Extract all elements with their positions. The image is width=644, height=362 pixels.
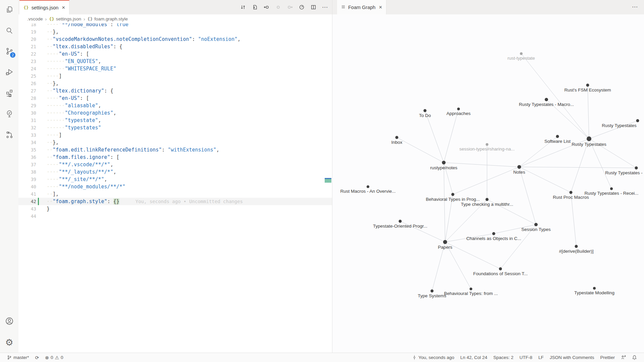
split-editor-icon[interactable] bbox=[310, 4, 317, 11]
status-item-master-[interactable]: master* bbox=[4, 353, 32, 362]
next-change-icon[interactable] bbox=[286, 4, 293, 11]
sidebar-item-git-graph[interactable] bbox=[0, 125, 18, 145]
graph-node[interactable] bbox=[486, 198, 489, 201]
breadcrumb[interactable]: .vscode›{}settings.json›{}foam.graph.sty… bbox=[18, 14, 341, 23]
code-text: ··"foam.edit.linkReferenceDefinitions": … bbox=[47, 146, 219, 154]
code-line[interactable]: 33····] bbox=[18, 131, 332, 139]
code-line[interactable]: 30······"Choreographies", bbox=[18, 109, 332, 117]
account-button[interactable] bbox=[0, 311, 18, 332]
graph-node[interactable] bbox=[635, 167, 638, 170]
code-line[interactable]: 43} bbox=[18, 205, 332, 213]
graph-node[interactable] bbox=[443, 240, 447, 244]
sidebar-item-extensions[interactable] bbox=[0, 83, 18, 104]
graph-node[interactable] bbox=[593, 287, 596, 290]
tab-settings-json[interactable]: {} settings.json × bbox=[19, 0, 69, 14]
compare-changes-icon[interactable] bbox=[239, 4, 247, 11]
status-item[interactable]: ⟳ bbox=[32, 353, 42, 362]
graph-node[interactable] bbox=[399, 220, 402, 223]
status-item-utf-8[interactable]: UTF-8 bbox=[517, 353, 535, 362]
graph-node[interactable] bbox=[457, 108, 460, 110]
code-line[interactable]: 44 bbox=[18, 213, 332, 220]
graph-node[interactable] bbox=[520, 52, 523, 55]
code-line[interactable]: 32······"typestates" bbox=[18, 124, 332, 131]
timeline-icon[interactable] bbox=[298, 4, 305, 11]
code-line[interactable]: 23······"EN_QUOTES", bbox=[18, 58, 332, 65]
code-editor[interactable]: 18····"**/node_modules": true19··},20··"… bbox=[18, 23, 332, 353]
more-actions-icon[interactable]: ⋯ bbox=[321, 4, 329, 11]
code-line[interactable]: 28····"en-US": [ bbox=[18, 95, 332, 102]
graph-node[interactable] bbox=[610, 187, 613, 190]
close-icon[interactable]: × bbox=[379, 4, 382, 11]
status-item[interactable] bbox=[629, 353, 640, 362]
graph-node[interactable] bbox=[570, 191, 573, 194]
code-line[interactable]: 21··"ltex.disabledRules": { bbox=[18, 43, 332, 50]
graph-node[interactable] bbox=[556, 135, 559, 138]
graph-node[interactable] bbox=[431, 290, 434, 293]
more-actions-icon[interactable]: ⋯ bbox=[632, 3, 638, 10]
graph-node[interactable] bbox=[470, 288, 472, 290]
open-preview-icon[interactable] bbox=[251, 4, 258, 11]
code-line[interactable]: 41··], bbox=[18, 190, 332, 198]
graph-node[interactable] bbox=[442, 161, 446, 165]
code-line[interactable]: 18····"**/node_modules": true bbox=[18, 23, 332, 28]
graph-node[interactable] bbox=[636, 119, 639, 122]
line-number: 39 bbox=[18, 176, 36, 183]
graph-node[interactable] bbox=[451, 193, 454, 196]
close-icon[interactable]: × bbox=[62, 4, 65, 11]
graph-node[interactable] bbox=[518, 165, 521, 169]
status-item-json-with-comments[interactable]: JSON with Comments bbox=[547, 353, 597, 362]
graph-node[interactable] bbox=[486, 143, 488, 146]
graph-node[interactable] bbox=[395, 136, 398, 139]
graph-node[interactable] bbox=[545, 98, 548, 101]
code-line[interactable]: 39····"**/_site/**/*", bbox=[18, 176, 332, 183]
foam-graph-webview[interactable]: rust-typestateRust's FSM EcosystemRusty … bbox=[332, 14, 644, 353]
code-text: ····"**/.vscode/**/*", bbox=[47, 161, 113, 168]
git-branch-icon bbox=[7, 355, 12, 360]
graph-node[interactable] bbox=[499, 267, 502, 270]
graph-node[interactable] bbox=[575, 245, 578, 248]
code-line[interactable]: 38····"**/_layouts/**/*", bbox=[18, 168, 332, 176]
breadcrumb-item[interactable]: .vscode bbox=[27, 16, 43, 21]
code-line[interactable]: 29······"aliasable", bbox=[18, 102, 332, 109]
settings-button[interactable]: ⚙ bbox=[0, 332, 18, 353]
breadcrumb-item[interactable]: {}foam.graph.style bbox=[88, 16, 128, 21]
graph-node[interactable] bbox=[586, 84, 589, 87]
code-text: ······"WHITESPACE_RULE" bbox=[47, 65, 116, 72]
code-line[interactable]: 22····"en-US": [ bbox=[18, 50, 332, 58]
code-line[interactable]: 34··}, bbox=[18, 139, 332, 146]
code-line[interactable]: 42··"foam.graph.style": {}You, seconds a… bbox=[18, 198, 332, 205]
graph-node[interactable] bbox=[492, 232, 495, 235]
tab-foam-graph[interactable]: Foam Graph × bbox=[337, 0, 386, 14]
graph-node[interactable] bbox=[587, 136, 591, 141]
status-item-spaces-2[interactable]: Spaces: 2 bbox=[490, 353, 517, 362]
graph-node[interactable] bbox=[367, 185, 369, 188]
sidebar-item-search[interactable] bbox=[0, 21, 18, 42]
graph-node[interactable] bbox=[424, 109, 427, 112]
previous-change-icon[interactable] bbox=[263, 4, 270, 11]
breadcrumb-item[interactable]: {}settings.json bbox=[49, 16, 81, 21]
code-line[interactable]: 31······"typestate", bbox=[18, 117, 332, 124]
code-line[interactable]: 35··"foam.edit.linkReferenceDefinitions"… bbox=[18, 146, 332, 154]
code-line[interactable]: 36··"foam.files.ignore": [ bbox=[18, 154, 332, 161]
status-item-you-seconds-ago[interactable]: You, seconds ago bbox=[409, 353, 457, 362]
status-item-lf[interactable]: LF bbox=[535, 353, 547, 362]
sidebar-item-run-debug[interactable] bbox=[0, 62, 18, 83]
status-item-ln-42-col-24[interactable]: Ln 42, Col 24 bbox=[457, 353, 490, 362]
sidebar-item-explorer[interactable] bbox=[0, 0, 18, 21]
current-change-icon[interactable] bbox=[274, 4, 282, 11]
sidebar-item-todo-tree[interactable] bbox=[0, 104, 18, 125]
code-line[interactable]: 37····"**/.vscode/**/*", bbox=[18, 161, 332, 168]
code-line[interactable]: 27··"ltex.dictionary": { bbox=[18, 87, 332, 95]
sidebar-item-source-control[interactable]: 2 bbox=[0, 42, 18, 62]
graph-canvas[interactable]: rust-typestateRust's FSM EcosystemRusty … bbox=[332, 14, 644, 353]
status-item-prettier[interactable]: Prettier bbox=[597, 353, 618, 362]
code-line[interactable]: 26··}, bbox=[18, 80, 332, 87]
code-line[interactable]: 20··"vscodeMarkdownNotes.noteCompletionC… bbox=[18, 36, 332, 43]
code-line[interactable]: 40····"**/node_modules/**/*" bbox=[18, 183, 332, 190]
code-line[interactable]: 24······"WHITESPACE_RULE" bbox=[18, 65, 332, 72]
status-item[interactable] bbox=[618, 353, 629, 362]
code-line[interactable]: 25····] bbox=[18, 72, 332, 80]
graph-node[interactable] bbox=[534, 223, 538, 226]
status-item-0[interactable]: ⊗0⚠0 bbox=[42, 353, 66, 362]
code-line[interactable]: 19··}, bbox=[18, 28, 332, 36]
